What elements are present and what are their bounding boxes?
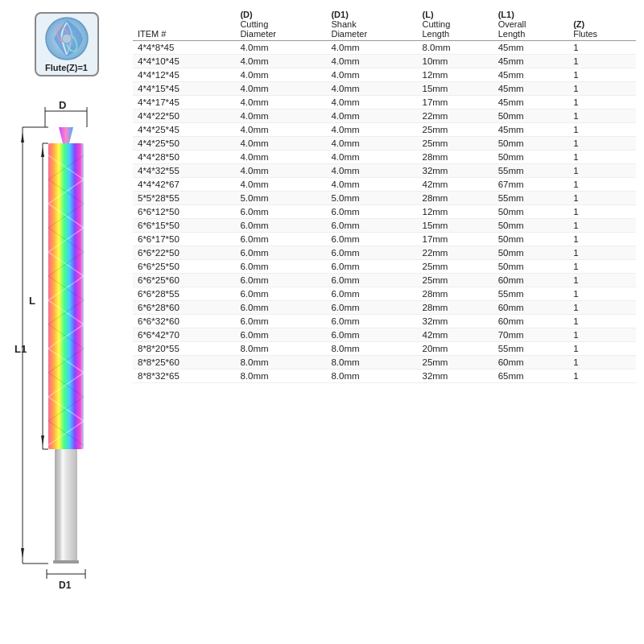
cell-L1: 50mm bbox=[493, 151, 569, 164]
cell-Z: 1 bbox=[568, 68, 636, 82]
table-row: 6*6*25*606.0mm6.0mm25mm60mm1 bbox=[133, 274, 636, 287]
cell-item: 6*6*28*60 bbox=[133, 301, 235, 315]
cell-L: 28mm bbox=[418, 301, 493, 315]
cell-L: 28mm bbox=[418, 151, 493, 164]
cell-D1: 8.0mm bbox=[326, 369, 417, 383]
cell-item: 4*4*10*45 bbox=[133, 55, 235, 68]
svg-text:L1: L1 bbox=[14, 343, 27, 355]
table-row: 4*4*15*454.0mm4.0mm15mm45mm1 bbox=[133, 82, 636, 96]
cell-item: 8*8*20*55 bbox=[133, 342, 235, 356]
cell-L1: 55mm bbox=[493, 287, 569, 301]
cell-L: 32mm bbox=[418, 315, 493, 328]
cell-D1: 5.0mm bbox=[326, 192, 417, 205]
table-row: 4*4*17*454.0mm4.0mm17mm45mm1 bbox=[133, 96, 636, 109]
tool-diagram: D D1 bbox=[14, 83, 119, 550]
cell-Z: 1 bbox=[568, 55, 636, 68]
cell-L: 17mm bbox=[418, 233, 493, 246]
cell-Z: 1 bbox=[568, 164, 636, 178]
cell-D1: 4.0mm bbox=[326, 123, 417, 137]
table-row: 6*6*25*506.0mm6.0mm25mm50mm1 bbox=[133, 260, 636, 274]
cell-L1: 67mm bbox=[493, 178, 569, 192]
tool-svg: D D1 bbox=[14, 83, 119, 598]
cell-D: 4.0mm bbox=[235, 178, 326, 192]
cell-Z: 1 bbox=[568, 137, 636, 151]
cell-L1: 45mm bbox=[493, 123, 569, 137]
col-header-D: (D) CuttingDiameter bbox=[235, 8, 326, 41]
cell-D1: 6.0mm bbox=[326, 274, 417, 287]
right-panel: ITEM # (D) CuttingDiameter (D1) ShankDia… bbox=[125, 8, 636, 636]
flute-label: Flute(Z)=1 bbox=[45, 63, 88, 72]
cell-L1: 60mm bbox=[493, 356, 569, 369]
cell-item: 5*5*28*55 bbox=[133, 192, 235, 205]
cell-L1: 50mm bbox=[493, 219, 569, 233]
cell-item: 4*4*28*50 bbox=[133, 151, 235, 164]
cell-item: 6*6*22*50 bbox=[133, 246, 235, 260]
svg-marker-21 bbox=[41, 436, 44, 445]
col-header-L: (L) CuttingLength bbox=[418, 8, 493, 41]
cell-D: 4.0mm bbox=[235, 41, 326, 55]
table-row: 4*4*25*504.0mm4.0mm25mm50mm1 bbox=[133, 137, 636, 151]
cell-item: 8*8*25*60 bbox=[133, 356, 235, 369]
cell-D: 4.0mm bbox=[235, 82, 326, 96]
cell-D: 6.0mm bbox=[235, 315, 326, 328]
cell-L: 25mm bbox=[418, 274, 493, 287]
cell-L1: 60mm bbox=[493, 274, 569, 287]
cell-item: 6*6*15*50 bbox=[133, 219, 235, 233]
cell-D1: 4.0mm bbox=[326, 109, 417, 123]
cell-L: 25mm bbox=[418, 123, 493, 137]
cell-D: 5.0mm bbox=[235, 192, 326, 205]
cell-D1: 6.0mm bbox=[326, 315, 417, 328]
cell-item: 6*6*25*60 bbox=[133, 274, 235, 287]
cell-Z: 1 bbox=[568, 328, 636, 342]
cell-D: 6.0mm bbox=[235, 328, 326, 342]
table-row: 4*4*10*454.0mm4.0mm10mm45mm1 bbox=[133, 55, 636, 68]
cell-Z: 1 bbox=[568, 82, 636, 96]
cell-D: 6.0mm bbox=[235, 219, 326, 233]
cell-D: 4.0mm bbox=[235, 96, 326, 109]
cell-D: 4.0mm bbox=[235, 164, 326, 178]
cell-D: 6.0mm bbox=[235, 260, 326, 274]
cell-D1: 6.0mm bbox=[326, 205, 417, 219]
cell-D1: 4.0mm bbox=[326, 55, 417, 68]
cell-L1: 45mm bbox=[493, 96, 569, 109]
cell-L1: 70mm bbox=[493, 328, 569, 342]
cell-item: 4*4*25*50 bbox=[133, 137, 235, 151]
cell-D: 4.0mm bbox=[235, 109, 326, 123]
table-row: 6*6*42*706.0mm6.0mm42mm70mm1 bbox=[133, 328, 636, 342]
svg-rect-10 bbox=[55, 449, 77, 562]
cell-L1: 65mm bbox=[493, 369, 569, 383]
cell-L: 15mm bbox=[418, 82, 493, 96]
cell-L1: 55mm bbox=[493, 192, 569, 205]
cell-Z: 1 bbox=[568, 315, 636, 328]
table-row: 8*8*32*658.0mm8.0mm32mm65mm1 bbox=[133, 369, 636, 383]
table-row: 4*4*22*504.0mm4.0mm22mm50mm1 bbox=[133, 109, 636, 123]
drill-icon bbox=[44, 16, 89, 61]
cell-item: 4*4*17*45 bbox=[133, 96, 235, 109]
cell-Z: 1 bbox=[568, 151, 636, 164]
table-row: 6*6*32*606.0mm6.0mm32mm60mm1 bbox=[133, 315, 636, 328]
cell-L1: 45mm bbox=[493, 41, 569, 55]
cell-L: 28mm bbox=[418, 287, 493, 301]
cell-item: 6*6*32*60 bbox=[133, 315, 235, 328]
cell-D: 8.0mm bbox=[235, 342, 326, 356]
cell-L1: 60mm bbox=[493, 315, 569, 328]
cell-D: 6.0mm bbox=[235, 274, 326, 287]
cell-item: 8*8*32*65 bbox=[133, 369, 235, 383]
table-row: 4*4*25*454.0mm4.0mm25mm45mm1 bbox=[133, 123, 636, 137]
cell-L1: 50mm bbox=[493, 246, 569, 260]
cell-D: 4.0mm bbox=[235, 151, 326, 164]
table-row: 6*6*28*606.0mm6.0mm28mm60mm1 bbox=[133, 301, 636, 315]
cell-L: 8.0mm bbox=[418, 41, 493, 55]
cell-Z: 1 bbox=[568, 123, 636, 137]
cell-L: 12mm bbox=[418, 205, 493, 219]
cell-D1: 4.0mm bbox=[326, 178, 417, 192]
cell-item: 4*4*22*50 bbox=[133, 109, 235, 123]
table-row: 8*8*20*558.0mm8.0mm20mm55mm1 bbox=[133, 342, 636, 356]
cell-D: 8.0mm bbox=[235, 356, 326, 369]
cell-L: 25mm bbox=[418, 137, 493, 151]
cell-L: 32mm bbox=[418, 369, 493, 383]
product-table: ITEM # (D) CuttingDiameter (D1) ShankDia… bbox=[133, 8, 636, 383]
cell-D1: 4.0mm bbox=[326, 82, 417, 96]
cell-D1: 6.0mm bbox=[326, 287, 417, 301]
cell-Z: 1 bbox=[568, 274, 636, 287]
